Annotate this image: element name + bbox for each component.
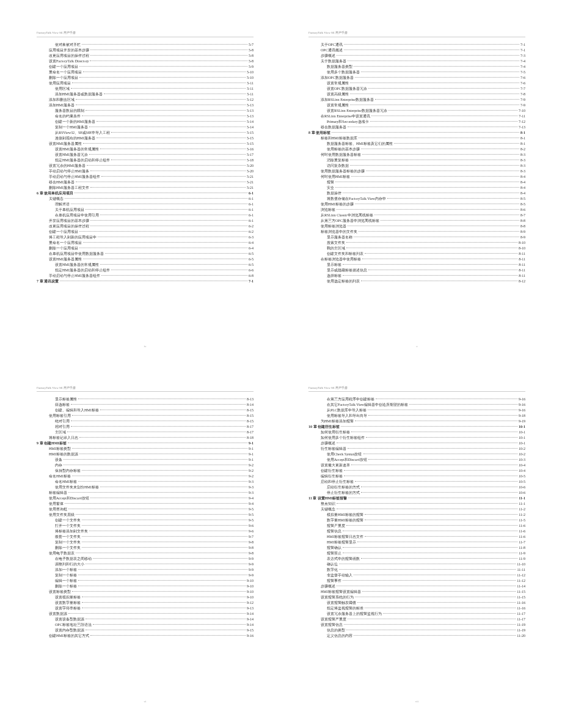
toc-page-number: 9-9 [249, 573, 254, 578]
toc-label: 应用项目开发的基本步骤 [49, 48, 89, 53]
toc-label: 手动启动与停止HMI服务器组件 [49, 273, 100, 279]
toc-page-number: 8-3 [520, 169, 525, 174]
toc-dots [355, 421, 517, 421]
toc-page-number: 8-11 [519, 273, 525, 279]
toc-dots [394, 143, 519, 144]
toc-dots [79, 77, 246, 78]
toc-page-number: 5-20 [247, 169, 254, 174]
toc-label: 嵌套一个文件夹 [55, 534, 81, 540]
toc-label: 数字量HMI标签的报警 [327, 518, 363, 523]
toc-label: 使用数据服务器标签的步骤 [321, 169, 365, 174]
toc-dots [82, 542, 247, 542]
toc-label: 在第三方应用程序中创建标签 [327, 397, 374, 402]
toc-dots [83, 72, 246, 72]
toc-entry: 启动衍生标签的方式10-6 [308, 485, 525, 490]
toc-entry: 关于数据服务器7-4 [308, 59, 525, 64]
toc-page-number: 5-8 [249, 59, 254, 64]
toc-dots [350, 105, 519, 105]
toc-label: 数字化 [327, 567, 338, 573]
toc-dots [76, 553, 247, 553]
toc-label: 复制一个文件夹 [55, 540, 81, 545]
toc-page-number: 6-1 [249, 213, 254, 218]
toc-entry: 重命名一个应用项目6-4 [37, 240, 254, 246]
toc-page-number: 8-15 [247, 413, 254, 419]
toc-page-number: 10-1 [519, 435, 525, 441]
toc-label: 绝对引用 [55, 419, 70, 424]
toc-dots [368, 415, 517, 416]
toc-dots [365, 514, 518, 515]
toc-dots [68, 492, 247, 493]
toc-dots [78, 569, 247, 570]
toc-label: 启动衍生标签的方式 [327, 485, 360, 490]
toc-dots [339, 569, 516, 570]
toc-dots [101, 275, 247, 276]
toc-entry: 设置数据源9-14 [37, 611, 254, 617]
toc-entry: 连接到现有的HMI服务器5-15 [37, 136, 254, 141]
toc-entry: 使用选定标签的列表8-12 [308, 279, 525, 284]
toc-page-number: 6-5 [249, 262, 254, 268]
toc-entry: 如何使用衍生标签10-1 [308, 430, 525, 435]
toc-dots [351, 176, 519, 177]
toc-entry: 设置标签类型9-10 [37, 589, 254, 595]
toc-page-number: 9-3 [249, 485, 254, 490]
toc-page-number: 7-1 [520, 42, 525, 48]
toc-label: 设置HMI服务器属性 [49, 141, 82, 147]
toc-page-number: 5-8 [249, 48, 254, 53]
toc-page-number: 11-15 [517, 589, 525, 595]
toc-page-number: 8-6 [520, 207, 525, 213]
toc-page-number: 5-17 [247, 152, 254, 158]
toc-entry: 从RSView32、SE或ME中导入工程5-15 [37, 130, 254, 136]
toc-entry: 模拟量HMI标签的报警11-2 [308, 512, 525, 518]
toc-dots [350, 160, 519, 160]
toc-entry: 绝对引用8-15 [37, 419, 254, 424]
toc-page-number: 9-10 [247, 589, 254, 595]
toc-entry: 确认位11-10 [308, 562, 525, 567]
toc-dots [111, 132, 246, 133]
toc-page-number: 8-7 [520, 213, 525, 218]
toc-entry: 标签和HMI标签数据库8-1 [308, 136, 525, 141]
toc-dots [365, 253, 517, 254]
toc-page-number: 10-5 [519, 474, 525, 479]
toc-page-number: 9-8 [249, 551, 254, 556]
page-header: FactoryTalk View SE 用户手册 [308, 31, 525, 37]
toc-entry: 筛选标签8-14 [37, 402, 254, 408]
toc-label: 在标签浏览器中使用标签 [321, 257, 361, 262]
toc-dots [348, 498, 517, 498]
toc-entry: 使用标签的基本步骤8-2 [308, 147, 525, 152]
toc-label: 指定HMI服务器的启动和停止组件 [55, 158, 110, 163]
toc-dots [86, 209, 247, 210]
toc-page-number: 11-9 [519, 551, 525, 556]
toc-label: 移去HMI服务器 [49, 180, 75, 185]
toc-entry: 使用Accept和Discard按钮10-3 [308, 457, 525, 463]
toc-entry: 创建一个应用项目6-2 [37, 229, 254, 235]
toc-entry: 6 章 使用单机应用项目6-1 [37, 191, 254, 196]
toc-dots [86, 564, 247, 564]
toc-entry: 使用标签引用8-15 [37, 413, 254, 419]
toc-label: 使用Check Syntax按钮 [327, 452, 362, 457]
toc-entry: 显示标签属性8-13 [37, 397, 254, 402]
toc-label: 为HMI标签添加报警 [321, 419, 354, 424]
toc-label: 设置RSLinx Enterprise数据服务器冗余 [327, 108, 387, 114]
toc-entry: 使用文件夹层级9-5 [37, 512, 254, 518]
toc-label: 关于单机应用项目 [55, 207, 84, 213]
toc-entry: 在单机应用项目中使用引用6-1 [37, 213, 254, 218]
toc-page-number: 11-6 [519, 534, 525, 540]
toc-entry: 安全8-4 [308, 185, 525, 191]
toc-dots [83, 143, 246, 144]
page-footer: iv [12, 344, 278, 349]
toc-dots [79, 66, 247, 67]
toc-dots [90, 226, 247, 226]
toc-entry: 添加RSLinx Enterprise数据服务器7-9 [308, 97, 525, 103]
toc-label: 使用HMI标签的步骤 [321, 202, 354, 207]
toc-label: 重命名一个应用项目 [49, 240, 82, 246]
toc-label: 将工程导入到新的应用项目中 [49, 235, 97, 240]
toc-dots [100, 264, 247, 265]
toc-page-number: 11-10 [517, 562, 525, 567]
toc-label: 数据服务器标签、HMI标签及它们的属性 [327, 141, 393, 147]
toc-label: 何时使用HMI标签 [321, 174, 350, 180]
toc-label: 标签浏览器中的文件夹 [321, 229, 357, 235]
toc-page-number: 8-10 [519, 240, 525, 246]
toc-entry: 设置HMI服务器冗余5-17 [37, 152, 254, 158]
toc-entry: 编辑衍生标签10-5 [308, 474, 525, 479]
toc-label: 创建衍生标签 [321, 468, 343, 474]
